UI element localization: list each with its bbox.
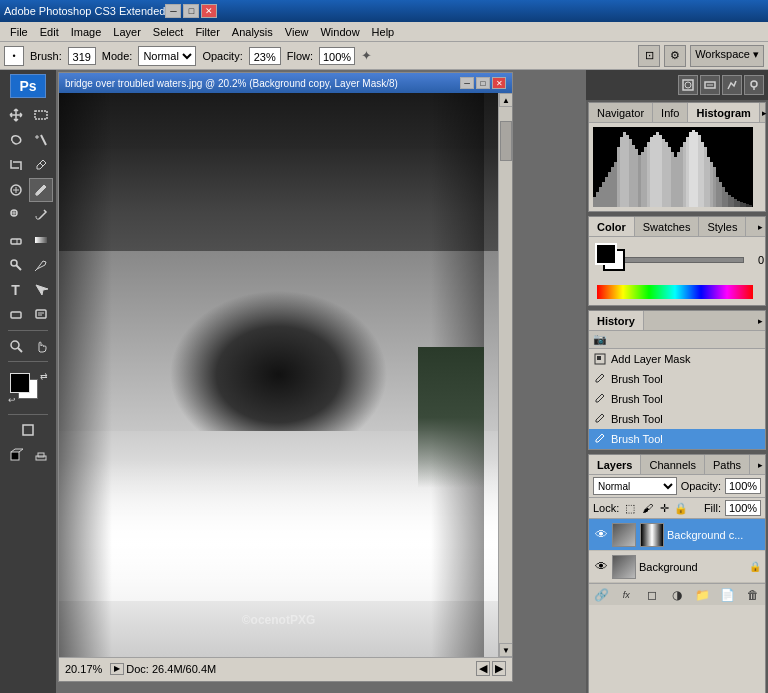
layers-adj-btn[interactable]: ◑ xyxy=(669,587,685,603)
layers-link-btn[interactable]: 🔗 xyxy=(593,587,609,603)
history-item-3[interactable]: Brush Tool xyxy=(589,389,765,409)
menu-edit[interactable]: Edit xyxy=(34,24,65,40)
lock-move[interactable]: ✛ xyxy=(657,501,671,515)
tool-brush[interactable] xyxy=(29,178,53,202)
foreground-color-swatch[interactable] xyxy=(595,243,617,265)
tool-lasso[interactable] xyxy=(4,128,28,152)
layers-fx-btn[interactable]: fx xyxy=(618,587,634,603)
tool-dodge[interactable] xyxy=(4,253,28,277)
flow-value[interactable]: 100% xyxy=(319,47,355,65)
k-slider[interactable] xyxy=(613,257,744,263)
tool-pen[interactable] xyxy=(29,253,53,277)
tab-histogram[interactable]: Histogram xyxy=(688,103,759,122)
brush-size-value[interactable]: 319 xyxy=(68,47,96,65)
color-spectrum-bar[interactable] xyxy=(597,285,753,299)
tool-crop[interactable] xyxy=(4,153,28,177)
tool-shape[interactable] xyxy=(4,303,28,327)
tab-channels[interactable]: Channels xyxy=(641,455,704,474)
tool-type[interactable]: T xyxy=(4,278,28,302)
menu-filter[interactable]: Filter xyxy=(189,24,225,40)
opacity-value[interactable]: 100% xyxy=(725,478,761,494)
workspace-icon[interactable]: ⊡ xyxy=(638,45,660,67)
menu-file[interactable]: File xyxy=(4,24,34,40)
tool-clone[interactable] xyxy=(4,203,28,227)
minimize-button[interactable]: ─ xyxy=(165,4,181,18)
lock-paint[interactable]: 🖌 xyxy=(640,501,654,515)
options-icon-2[interactable]: ⚙ xyxy=(664,45,686,67)
canvas-prev[interactable]: ◀ xyxy=(476,661,490,676)
menu-image[interactable]: Image xyxy=(65,24,108,40)
history-item-4[interactable]: Brush Tool xyxy=(589,409,765,429)
brush-preview[interactable]: • xyxy=(4,46,24,66)
history-item-5[interactable]: Brush Tool xyxy=(589,429,765,449)
workspace-label[interactable]: Workspace ▾ xyxy=(690,45,764,67)
tab-history[interactable]: History xyxy=(589,311,644,330)
vertical-scrollbar[interactable]: ▲ ▼ xyxy=(498,93,512,657)
layer-2-visibility[interactable]: 👁 xyxy=(593,559,609,575)
canvas-image[interactable]: ©ocenotPXG xyxy=(59,93,498,657)
scroll-down[interactable]: ▼ xyxy=(499,643,512,657)
layers-panel-options[interactable]: ▸ xyxy=(756,460,765,470)
default-colors[interactable]: ↩ xyxy=(8,395,16,405)
panel-icon-2[interactable] xyxy=(700,75,720,95)
close-button[interactable]: ✕ xyxy=(201,4,217,18)
menu-help[interactable]: Help xyxy=(366,24,401,40)
tab-color[interactable]: Color xyxy=(589,217,635,236)
blend-mode-select[interactable]: Normal xyxy=(593,477,677,495)
history-item-2[interactable]: Brush Tool xyxy=(589,369,765,389)
tool-notes[interactable] xyxy=(29,303,53,327)
canvas-maximize[interactable]: □ xyxy=(476,77,490,89)
lock-all[interactable]: 🔒 xyxy=(674,501,688,515)
canvas-info-btn[interactable]: ▶ xyxy=(110,663,124,675)
menu-view[interactable]: View xyxy=(279,24,315,40)
tool-zoom[interactable] xyxy=(4,334,28,358)
tab-navigator[interactable]: Navigator xyxy=(589,103,653,122)
menu-layer[interactable]: Layer xyxy=(107,24,147,40)
panel-icon-4[interactable] xyxy=(744,75,764,95)
tab-styles[interactable]: Styles xyxy=(699,217,746,236)
tool-3d[interactable] xyxy=(4,443,28,467)
history-item-1[interactable]: Add Layer Mask xyxy=(589,349,765,369)
layers-delete-btn[interactable]: 🗑 xyxy=(745,587,761,603)
canvas-minimize[interactable]: ─ xyxy=(460,77,474,89)
tool-extra[interactable] xyxy=(29,443,53,467)
tab-swatches[interactable]: Swatches xyxy=(635,217,700,236)
menu-window[interactable]: Window xyxy=(314,24,365,40)
tool-marquee[interactable] xyxy=(29,103,53,127)
scroll-thumb[interactable] xyxy=(500,121,512,161)
history-panel-options[interactable]: ▸ xyxy=(756,316,765,326)
foreground-color-box[interactable] xyxy=(10,373,30,393)
swap-colors[interactable]: ⇄ xyxy=(40,371,48,381)
nav-panel-options[interactable]: ▸ xyxy=(760,108,768,118)
tool-hand[interactable] xyxy=(29,334,53,358)
tab-info[interactable]: Info xyxy=(653,103,688,122)
tool-move[interactable] xyxy=(4,103,28,127)
scroll-up[interactable]: ▲ xyxy=(499,93,512,107)
tool-gradient[interactable] xyxy=(29,228,53,252)
tool-history-brush[interactable] xyxy=(29,203,53,227)
fill-value[interactable]: 100% xyxy=(725,500,761,516)
layer-row-2[interactable]: 👁 Background 🔒 xyxy=(589,551,765,583)
color-panel-options[interactable]: ▸ xyxy=(756,222,765,232)
canvas-next[interactable]: ▶ xyxy=(492,661,506,676)
panel-icon-1[interactable] xyxy=(678,75,698,95)
tab-layers[interactable]: Layers xyxy=(589,455,641,474)
panel-icon-3[interactable] xyxy=(722,75,742,95)
tool-eyedropper[interactable] xyxy=(29,153,53,177)
menu-analysis[interactable]: Analysis xyxy=(226,24,279,40)
maximize-button[interactable]: □ xyxy=(183,4,199,18)
color-indicator[interactable]: ⇄ ↩ xyxy=(6,369,50,407)
layer-1-visibility[interactable]: 👁 xyxy=(593,527,609,543)
airbrush-toggle[interactable]: ✦ xyxy=(361,48,372,63)
tab-paths[interactable]: Paths xyxy=(705,455,750,474)
tool-eraser[interactable] xyxy=(4,228,28,252)
layers-mask-btn[interactable]: ◻ xyxy=(644,587,660,603)
menu-select[interactable]: Select xyxy=(147,24,190,40)
layer-row-1[interactable]: 👁 Background c... xyxy=(589,519,765,551)
tool-magic-wand[interactable] xyxy=(29,128,53,152)
canvas-close[interactable]: ✕ xyxy=(492,77,506,89)
screen-mode-normal[interactable] xyxy=(16,418,40,442)
mode-select[interactable]: Normal xyxy=(138,46,196,66)
tool-heal[interactable] xyxy=(4,178,28,202)
layers-new-btn[interactable]: 📄 xyxy=(720,587,736,603)
